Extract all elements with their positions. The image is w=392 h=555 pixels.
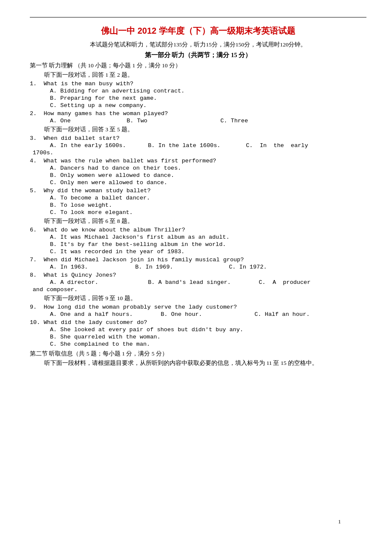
- q5-text: 5. Why did the woman study ballet?: [30, 188, 366, 194]
- section1-header: 第一节 听力理解 （共 10 小题；每小题 1 分，满分 10 分）: [30, 62, 366, 69]
- question-6: 6. What do we know about the album Thril…: [30, 227, 366, 255]
- q7-text: 7. When did Michael Jackson join in his …: [30, 257, 366, 263]
- question-1: 1. What is the man busy with? A. Bidding…: [30, 81, 366, 109]
- question-9: 9. How long did the woman probably serve…: [30, 304, 366, 318]
- q10-option-c: C. She complained to the man.: [30, 341, 366, 347]
- q1-option-c: C. Setting up a new company.: [30, 102, 366, 109]
- question-10: 10. What did the lady customer do? A. Sh…: [30, 319, 366, 347]
- q5-option-a: A. To become a ballet dancer.: [30, 195, 366, 201]
- q8-text: 8. What is Quincy Jones?: [30, 272, 366, 278]
- q2-option-b: B. Two: [127, 118, 220, 124]
- q2-text: 2. How many games has the woman played?: [30, 110, 366, 117]
- q8-option-a: A. A director.: [50, 279, 148, 286]
- top-rule: [30, 17, 366, 17]
- question-4: 4. What was the rule when ballet was fir…: [30, 158, 366, 186]
- part1-header: 第一部分 听力（共两节；满分 15 分）: [30, 51, 366, 59]
- q7-option-a: A. In 1963.: [50, 264, 135, 270]
- q6-text: 6. What do we know about the album Thril…: [30, 227, 366, 233]
- q8-option-b: B. A band's lead singer.: [148, 279, 259, 286]
- q10-option-a: A. She looked at every pair of shoes but…: [30, 327, 366, 333]
- section1-note1: 听下面一段对话，回答 1 至 2 题。: [30, 71, 366, 79]
- page-title: 佛山一中 2012 学年度（下）高一级期末考英语试题: [30, 25, 366, 37]
- q8-options-row1: A. A director. B. A band's lead singer. …: [30, 279, 366, 286]
- section2-note: 听下面一段材料，请根据题目要求，从所听到的内容中获取必要的信息，填入标号为 11…: [30, 359, 366, 367]
- q4-option-a: A. Dancers had to dance on their toes.: [30, 165, 366, 171]
- q7-option-b: B. In 1969.: [135, 264, 229, 270]
- question-8: 8. What is Quincy Jones? A. A director. …: [30, 272, 366, 293]
- q1-text: 1. What is the man busy with?: [30, 81, 366, 87]
- subtitle: 本试题分笔试和听力，笔试部分135分，听力15分，满分150分，考试用时120分…: [30, 41, 366, 49]
- q5-option-b: B. To lose weight.: [30, 202, 366, 208]
- q4-option-c: C. Only men were allowed to dance.: [30, 179, 366, 186]
- q6-option-a: A. It was Michael Jackson's first album …: [30, 234, 366, 240]
- q6-option-c: C. It was recorded in the year of 1983.: [30, 249, 366, 255]
- q10-option-b: B. She quarreled with the woman.: [30, 334, 366, 340]
- question-2: 2. How many games has the woman played? …: [30, 110, 366, 124]
- q3-option-c-part2: 1700s.: [30, 150, 366, 156]
- page-number: 1: [338, 518, 341, 525]
- q2-options-inline: A. One B. Two C. Three: [30, 118, 366, 124]
- q4-text: 4. What was the rule when ballet was fir…: [30, 158, 366, 164]
- section2-header: 第二节 听取信息（共 5 题；每小题 1 分，满分 5 分）: [30, 350, 366, 358]
- q3-option-b: B. In the late 1600s.: [148, 142, 246, 149]
- question-3: 3. When did ballet start? A. In the earl…: [30, 135, 366, 156]
- q9-options-inline: A. One and a half hours. B. One hour. C.…: [30, 311, 366, 318]
- q1-option-a: A. Bidding for an advertising contract.: [30, 88, 366, 94]
- q2-option-a: A. One: [50, 118, 127, 124]
- q9-option-b: B. One hour.: [161, 311, 254, 318]
- section1-note4: 听下面一段对话，回答 9 至 10 题。: [30, 295, 366, 302]
- q3-option-c-part1: C. In the early: [246, 142, 308, 149]
- q8-option-c-part1: C. A producer: [259, 279, 311, 286]
- q7-option-c: C. In 1972.: [229, 264, 267, 270]
- q9-option-a: A. One and a half hours.: [50, 311, 161, 318]
- question-7: 7. When did Michael Jackson join in his …: [30, 257, 366, 270]
- q9-option-c: C. Half an hour.: [254, 311, 310, 318]
- q8-option-c-part2: and composer.: [30, 286, 366, 293]
- q3-option-a: A. In the early 1600s.: [50, 142, 148, 149]
- section1-note2: 听下面一段对话，回答 3 至 5 题。: [30, 126, 366, 133]
- q3-options-row1: A. In the early 1600s. B. In the late 16…: [30, 142, 366, 149]
- q2-option-c: C. Three: [220, 118, 248, 124]
- q5-option-c: C. To look more elegant.: [30, 209, 366, 216]
- q9-text: 9. How long did the woman probably serve…: [30, 304, 366, 310]
- q7-options-inline: A. In 1963. B. In 1969. C. In 1972.: [30, 264, 366, 270]
- q4-option-b: B. Only women were allowed to dance.: [30, 172, 366, 179]
- q1-option-b: B. Preparing for the next game.: [30, 95, 366, 101]
- section1-note3: 听下面一段对话，回答 6 至 8 题。: [30, 217, 366, 225]
- q6-option-b: B. It's by far the best-selling album in…: [30, 241, 366, 248]
- q3-text: 3. When did ballet start?: [30, 135, 366, 142]
- q10-text: 10. What did the lady customer do?: [30, 319, 366, 326]
- question-5: 5. Why did the woman study ballet? A. To…: [30, 188, 366, 216]
- section2-note-text: 听下面一段材料，请根据题目要求，从所听到的内容中获取必要的信息，填入标号为 11…: [44, 360, 318, 366]
